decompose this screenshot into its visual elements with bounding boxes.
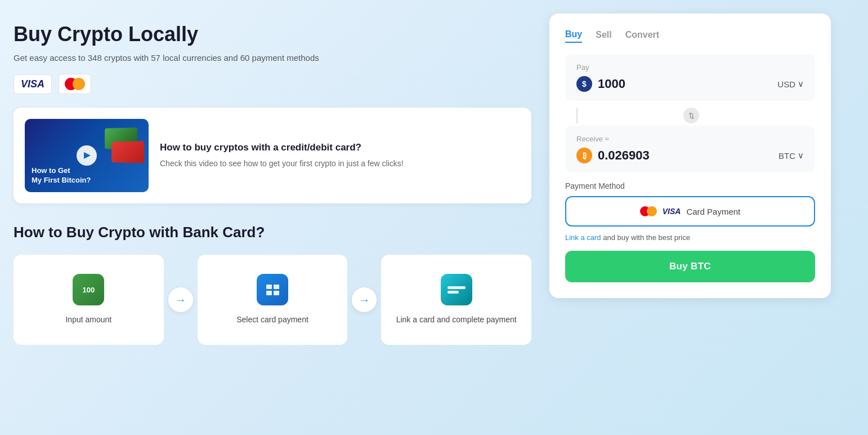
how-to-title: How to Buy Crypto with Bank Card? <box>14 224 531 241</box>
play-button[interactable] <box>77 145 97 166</box>
pay-currency-select[interactable]: USD ∨ <box>777 79 804 89</box>
receive-currency-select[interactable]: BTC ∨ <box>778 150 804 161</box>
tabs: Buy Sell Convert <box>565 29 815 43</box>
video-info: How to buy cryptos with a credit/debit c… <box>160 142 404 170</box>
mastercard-logo <box>59 74 91 94</box>
payment-option[interactable]: VISA Card Payment <box>565 196 815 227</box>
arrow-2-icon: → <box>359 294 370 307</box>
video-title: How to buy cryptos with a credit/debit c… <box>160 142 404 153</box>
arrow-1-icon: → <box>175 294 186 307</box>
pay-currency-arrow: ∨ <box>798 79 804 89</box>
tab-convert[interactable]: Convert <box>625 30 659 42</box>
pay-row: $ 1000 USD ∨ <box>576 76 804 92</box>
swap-icon[interactable]: ⇅ <box>683 108 699 123</box>
left-panel: Buy Crypto Locally Get easy access to 34… <box>14 14 531 354</box>
card-logos: VISA <box>14 74 531 94</box>
divider: ⇅ <box>565 105 815 126</box>
how-to-section: How to Buy Crypto with Bank Card? 100 In… <box>14 224 531 345</box>
step-1-icon: 100 <box>73 274 104 305</box>
card-sq-2 <box>274 285 279 289</box>
btc-icon: ₿ <box>576 148 592 163</box>
receive-currency-arrow: ∨ <box>798 150 804 161</box>
receive-row: ₿ 0.026903 BTC ∨ <box>576 148 804 163</box>
payment-method-label: Payment Method <box>565 181 815 190</box>
page-title: Buy Crypto Locally <box>14 23 531 46</box>
lc-bar-2 <box>448 291 459 294</box>
card-payment-text: Card Payment <box>686 207 740 216</box>
visa-logo: VISA <box>14 74 52 94</box>
step-2: Select card payment <box>198 255 348 345</box>
link-card-icon <box>448 286 466 294</box>
pay-amount[interactable]: 1000 <box>598 77 625 91</box>
pay-section: Pay $ 1000 USD ∨ <box>565 54 815 101</box>
video-description: Check this video to see how to get your … <box>160 158 404 170</box>
card-pay-icon <box>266 285 279 295</box>
step-3-icon <box>441 274 472 305</box>
step-2-icon <box>257 274 288 305</box>
buy-button[interactable]: Buy BTC <box>565 251 815 282</box>
arrow-1: → <box>168 287 193 312</box>
mc-s-right <box>647 206 657 216</box>
receive-section: Receive ≈ ₿ 0.026903 BTC ∨ <box>565 126 815 172</box>
card-row-1 <box>266 285 279 289</box>
link-card-suffix: and buy with the best price <box>603 233 690 242</box>
video-thumbnail[interactable]: How to Get My First Bitcoin? <box>25 119 149 192</box>
video-text-line2: My First Bitcoin? <box>32 176 91 185</box>
step-2-label: Select card payment <box>236 314 308 326</box>
card-row-2 <box>266 291 279 295</box>
step-3: Link a card and complete payment <box>381 255 531 345</box>
card-sq-1 <box>266 285 272 289</box>
subtitle: Get easy access to 348 cryptos with 57 l… <box>14 53 531 63</box>
step-1: 100 Input amount <box>14 255 164 345</box>
receive-left: ₿ 0.026903 <box>576 148 650 163</box>
dollar-icon: $ <box>576 76 592 92</box>
tab-sell[interactable]: Sell <box>596 30 611 42</box>
link-card-link[interactable]: Link a card <box>565 233 601 242</box>
mc-right-circle <box>73 78 85 90</box>
receive-amount[interactable]: 0.026903 <box>598 148 650 163</box>
tab-buy[interactable]: Buy <box>565 29 582 43</box>
card-sq-4 <box>274 291 279 295</box>
right-panel: Buy Sell Convert Pay $ 1000 USD ∨ ⇅ Rece… <box>549 14 831 298</box>
step-1-label: Input amount <box>65 314 111 326</box>
icon-100-text: 100 <box>82 286 95 294</box>
pay-currency-label: USD <box>777 79 795 89</box>
mc-small-logo <box>640 206 657 216</box>
step-3-label: Link a card and complete payment <box>396 314 517 326</box>
pay-label: Pay <box>576 63 804 72</box>
receive-currency-label: BTC <box>778 151 795 161</box>
link-card-row: Link a card and buy with the best price <box>565 233 815 242</box>
visa-small-logo: VISA <box>663 207 681 216</box>
steps-container: 100 Input amount → <box>14 255 531 345</box>
video-card: How to Get My First Bitcoin? How to buy … <box>14 108 531 203</box>
pay-left: $ 1000 <box>576 76 625 92</box>
video-text: How to Get My First Bitcoin? <box>32 166 91 185</box>
video-text-line1: How to Get <box>32 166 91 176</box>
arrow-2: → <box>352 287 377 312</box>
lc-bar-1 <box>448 286 466 289</box>
receive-label: Receive ≈ <box>576 135 804 143</box>
card-sq-3 <box>266 291 272 295</box>
